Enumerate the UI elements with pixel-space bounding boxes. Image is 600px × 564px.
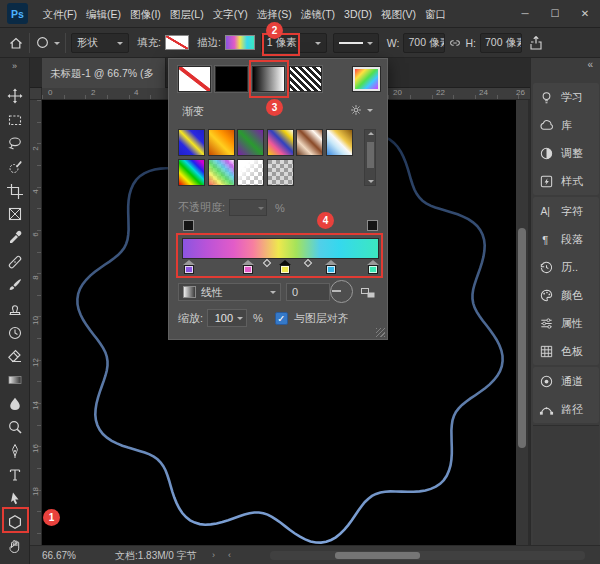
align-with-layer-checkbox[interactable]: ✓ [275, 312, 288, 325]
healing-brush-tool[interactable] [0, 250, 30, 274]
brush-tool[interactable] [0, 274, 30, 298]
preset-spectrum[interactable] [178, 159, 205, 186]
marquee-tool[interactable] [0, 108, 30, 132]
status-menu-arrow-icon[interactable]: ‹ [228, 546, 231, 564]
link-dimensions-icon[interactable] [448, 36, 462, 50]
tool-preset-button[interactable] [35, 35, 60, 50]
menu-item[interactable]: 3D(D) [340, 0, 377, 28]
scroll-down-icon[interactable] [368, 180, 374, 183]
stop-purple[interactable] [183, 260, 195, 274]
history-brush-tool[interactable] [0, 321, 30, 345]
toolbar-collapse-button[interactable]: » [0, 58, 29, 74]
eraser-tool[interactable] [0, 345, 30, 369]
menu-item[interactable]: 窗口 [421, 0, 451, 28]
maximize-button[interactable]: ☐ [540, 0, 570, 28]
fill-type-pattern[interactable] [289, 66, 322, 92]
scrollbar-thumb[interactable] [367, 142, 374, 168]
panel-tab-character[interactable]: 字符 [533, 197, 599, 225]
panel-tab-libraries[interactable]: 库 [533, 111, 599, 139]
color-picker-button[interactable] [353, 67, 380, 91]
preset-yellow-pink-blue[interactable] [267, 129, 294, 156]
panel-tab-adjustments[interactable]: 调整 [533, 139, 599, 167]
stop-yellow[interactable] [279, 260, 291, 274]
home-icon[interactable] [8, 35, 24, 51]
preset-white-to-transparent[interactable] [237, 159, 264, 186]
status-menu-arrow-icon[interactable]: › [212, 546, 215, 564]
opacity-stop[interactable] [367, 220, 378, 231]
angle-input[interactable]: 0 [286, 283, 330, 301]
stroke-swatch[interactable] [225, 35, 255, 50]
gradient-tool[interactable] [0, 368, 30, 392]
document-tab[interactable]: 未标题-1 @ 66.7% (多 [42, 58, 166, 88]
fill-type-none[interactable] [178, 66, 211, 92]
height-input[interactable]: 700 像素 [480, 33, 522, 53]
panel-tab-swatches[interactable]: 色板 [533, 337, 599, 365]
horizontal-scrollbar[interactable] [270, 551, 585, 560]
menu-item[interactable]: 文字(Y) [208, 0, 252, 28]
gradient-bar[interactable] [182, 238, 379, 259]
vertical-scrollbar[interactable] [516, 100, 528, 545]
menu-item[interactable]: 视图(V) [377, 0, 421, 28]
width-input[interactable]: 700 像素 [403, 33, 445, 53]
preset-transparent-rainbow[interactable] [208, 159, 235, 186]
panel-settings-button[interactable] [349, 103, 373, 117]
menu-item[interactable]: 编辑(E) [81, 0, 125, 28]
scale-input[interactable]: 100 [207, 309, 247, 327]
dock-collapse-button[interactable]: « [587, 59, 593, 70]
stop-pink[interactable] [242, 260, 254, 274]
panel-tab-paths[interactable]: 路径 [533, 395, 599, 423]
scroll-up-icon[interactable] [368, 132, 374, 135]
preset-transparent-checker[interactable] [267, 159, 294, 186]
gradient-style-select[interactable]: 线性 [178, 283, 281, 301]
scrollbar-thumb[interactable] [335, 552, 420, 559]
menu-item[interactable]: 图层(L) [165, 0, 208, 28]
export-icon[interactable] [528, 35, 544, 51]
stroke-width-select[interactable]: 1 像素 [261, 33, 327, 53]
pen-tool[interactable] [0, 439, 30, 463]
preset-blue-gold[interactable] [326, 129, 353, 156]
panel-tab-styles[interactable]: 样式 [533, 167, 599, 195]
hand-tool[interactable] [0, 534, 30, 558]
fill-swatch[interactable] [165, 35, 189, 50]
fill-type-gradient[interactable] [252, 66, 285, 92]
tool-mode-select[interactable]: 形状 [71, 33, 129, 53]
fill-type-solid[interactable] [215, 66, 248, 92]
panel-resize-grip[interactable] [376, 328, 385, 337]
panel-tab-history[interactable]: 历.. [533, 253, 599, 281]
menu-item[interactable]: 滤镜(T) [296, 0, 339, 28]
menu-item[interactable]: 选择(S) [252, 0, 296, 28]
stroke-style-select[interactable] [333, 33, 379, 53]
preset-copper[interactable] [296, 129, 323, 156]
menu-item[interactable]: 文件(F) [38, 0, 81, 28]
stop-teal[interactable] [367, 260, 379, 274]
presets-scrollbar[interactable] [364, 129, 376, 186]
panel-tab-learn[interactable]: 学习 [533, 83, 599, 111]
panel-tab-properties[interactable]: 属性 [533, 309, 599, 337]
eyedropper-tool[interactable] [0, 226, 30, 250]
preset-orange-yellow[interactable] [208, 129, 235, 156]
polygon-shape-tool[interactable] [0, 510, 30, 534]
preset-blue-yellow[interactable] [178, 129, 205, 156]
stop-cyan[interactable] [325, 260, 337, 274]
scrollbar-thumb[interactable] [518, 228, 526, 448]
panel-tab-channels[interactable]: 通道 [533, 367, 599, 395]
opacity-stop[interactable] [183, 220, 194, 231]
panel-tab-paragraph[interactable]: 段落 [533, 225, 599, 253]
path-select-tool[interactable] [0, 487, 30, 511]
frame-tool[interactable] [0, 202, 30, 226]
menu-item[interactable]: 图像(I) [125, 0, 165, 28]
preset-violet-green[interactable] [237, 129, 264, 156]
lasso-tool[interactable] [0, 131, 30, 155]
panel-tab-color[interactable]: 颜色 [533, 281, 599, 309]
move-tool[interactable] [0, 84, 30, 108]
type-tool[interactable] [0, 463, 30, 487]
angle-dial[interactable] [330, 280, 353, 303]
reverse-gradient-icon[interactable] [360, 285, 376, 301]
close-button[interactable]: ✕ [570, 0, 600, 28]
dodge-tool[interactable] [0, 416, 30, 440]
quick-select-tool[interactable] [0, 155, 30, 179]
minimize-button[interactable]: ─ [510, 0, 540, 28]
crop-tool[interactable] [0, 179, 30, 203]
zoom-level-field[interactable]: 66.67% [42, 546, 76, 564]
blur-tool[interactable] [0, 392, 30, 416]
